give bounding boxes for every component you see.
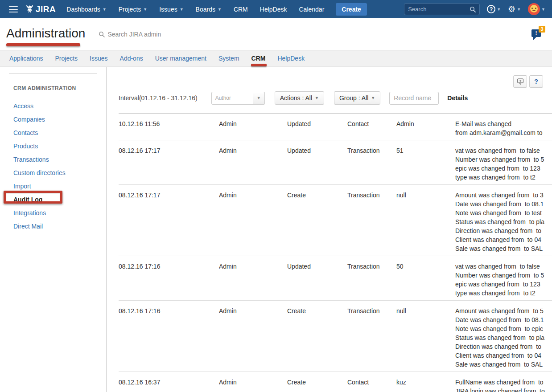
audit-log-table: 10.12.16 11:56AdminUpdatedContactAdminE-… [119,113,552,392]
cell-date: 08.12.16 17:17 [119,146,219,182]
cell-record: null [396,306,455,369]
cell-group: Contact [347,378,396,392]
details-line: Status was changed from to pla [455,217,552,226]
avatar [528,3,540,15]
sidebar-menu: AccessCompaniesContactsProductsTransacti… [0,99,106,233]
cell-action: Updated [287,262,347,298]
cell-action: Create [287,378,347,392]
sidebar-item-direct-mail[interactable]: Direct Mail [13,220,106,233]
jira-logo-icon [26,5,33,13]
group-filter-button[interactable]: Group : All ▼ [334,91,380,105]
cell-action: Updated [287,146,347,182]
navbar-search[interactable] [404,3,480,15]
tab-applications[interactable]: Applications [9,55,43,62]
interval-label: Interval(01.12.16 - 31.12.16) [119,94,198,102]
author-filter-input[interactable] [211,92,253,105]
tab-helpdesk[interactable]: HelpDesk [277,55,305,62]
sidebar-item-companies[interactable]: Companies [13,113,106,126]
tab-issues[interactable]: Issues [90,55,107,62]
feedback-bubble-icon [517,78,524,85]
admin-search-input[interactable] [107,31,192,38]
navbar-item-calendar[interactable]: Calendar [299,6,324,13]
jira-logo[interactable]: JIRA [26,4,56,14]
notifications-icon[interactable]: ! 3 [531,29,542,39]
record-name-filter-input[interactable] [389,92,439,105]
sidebar-item-access[interactable]: Access [13,99,106,113]
table-row: 08.12.16 17:16AdminCreateTransactionnull… [119,301,552,372]
details-line: Amount was changed from to 3 [455,191,552,200]
details-line: Number was changed from to 5 [455,271,552,280]
details-line: FullName was changed from to [455,378,552,387]
details-line: from adm.karam@gmail.com to [455,128,552,137]
user-profile-menu[interactable]: ▼ [528,3,545,15]
help-button[interactable]: ? [529,75,543,88]
details-line: type was changed from to t2 [455,289,552,298]
details-line: Sale was changed from to SAL [455,360,552,369]
table-row: 08.12.16 17:17AdminCreateTransactionnull… [119,185,552,256]
navbar-item-boards[interactable]: Boards▼ [196,6,222,13]
navbar-item-label: Projects [119,6,141,13]
navbar-item-helpdesk[interactable]: HelpDesk [260,6,287,13]
details-line: Status was changed from to pla [455,333,552,342]
admin-search[interactable] [99,31,192,38]
admin-tab-bar: ApplicationsProjectsIssuesAdd-onsUser ma… [0,50,552,67]
red-box-annotation [4,191,62,204]
navbar-item-label: Calendar [299,6,324,13]
notification-badge: 3 [539,26,545,33]
navbar-item-label: Dashboards [66,6,100,13]
cell-details: FullName was changed from toJIRA login w… [455,378,552,392]
details-line: epic was changed from to 123 [455,280,552,289]
chevron-down-icon: ▼ [517,7,521,12]
cell-group: Transaction [347,306,396,369]
navbar-item-issues[interactable]: Issues▼ [159,6,183,13]
cell-author: Admin [219,306,287,369]
crm-admin-sidebar: CRM ADMINISTRATION AccessCompaniesContac… [0,67,107,392]
tab-projects[interactable]: Projects [55,55,78,62]
create-button[interactable]: Create [336,3,367,16]
cell-record: Admin [396,119,455,137]
navbar-item-label: Issues [159,6,177,13]
sidebar-item-audit-log[interactable]: Audit Log [13,193,106,206]
table-row: 08.12.16 17:16AdminUpdatedTransaction50v… [119,256,552,301]
details-line: JIRA login was changed from to [455,387,552,392]
sidebar-divider [9,73,97,74]
details-line: E-Mail was changed [455,119,552,128]
details-line: Note was changed from to test [455,208,552,217]
table-row: 10.12.16 11:56AdminUpdatedContactAdminE-… [119,114,552,140]
cell-record: 51 [396,146,455,182]
cell-details: vat was changed from to falseNumber was … [455,146,552,182]
cell-record: null [396,191,455,253]
cell-action: Create [287,306,347,369]
sidebar-heading: CRM ADMINISTRATION [13,85,106,91]
tab-system[interactable]: System [218,55,239,62]
sidebar-item-import[interactable]: Import [13,180,106,193]
navbar-item-dashboards[interactable]: Dashboards▼ [66,6,106,13]
sidebar-item-products[interactable]: Products [13,139,106,153]
tab-add-ons[interactable]: Add-ons [120,55,143,62]
actions-filter-button[interactable]: Actions : All ▼ [275,91,324,105]
feedback-button[interactable] [513,75,527,88]
chevron-down-icon: ▼ [315,96,319,100]
sidebar-item-integrations[interactable]: Integrations [13,206,106,220]
chevron-down-icon: ▼ [371,96,375,100]
details-line: Direction was changed from to [455,226,552,235]
cell-group: Transaction [347,146,396,182]
cell-date: 08.12.16 17:16 [119,306,219,369]
admin-settings-menu[interactable]: ⚙ ▼ [508,5,521,13]
sidebar-item-contacts[interactable]: Contacts [13,126,106,139]
red-underline-annotation [6,43,80,46]
navbar-item-crm[interactable]: CRM [234,6,248,13]
author-filter-dropdown-button[interactable]: ▼ [253,92,265,105]
tab-user-management[interactable]: User management [155,55,206,62]
details-line: epic was changed from to 123 [455,164,552,173]
navbar-right: ? ▼ ⚙ ▼ ▼ [404,3,545,15]
sidebar-item-transactions[interactable]: Transactions [13,153,106,166]
tab-crm[interactable]: CRM [251,55,266,62]
cell-date: 08.12.16 16:37 [119,378,219,392]
sidebar-item-custom-directories[interactable]: Custom directories [13,166,106,180]
navbar-search-input[interactable] [408,6,470,12]
hamburger-menu-icon[interactable] [9,6,18,12]
help-menu[interactable]: ? ▼ [487,5,501,13]
chevron-down-icon: ▼ [541,7,545,12]
navbar-item-projects[interactable]: Projects▼ [119,6,148,13]
